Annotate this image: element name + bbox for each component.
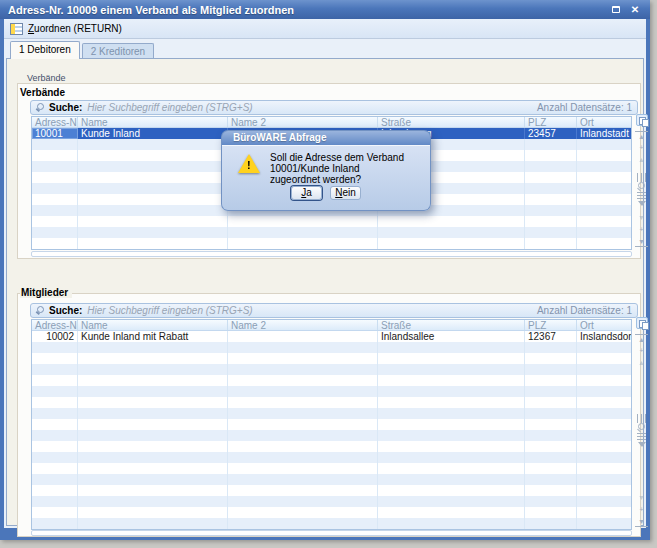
- dialog-message: Soll die Adresse dem Verband 10001/Kunde…: [270, 152, 428, 185]
- copy-row-icon[interactable]: [636, 317, 648, 329]
- no-button[interactable]: Nein: [330, 186, 361, 200]
- dialog-titlebar[interactable]: BüroWARE Abfrage: [221, 130, 431, 145]
- column-header-ort[interactable]: Ort: [577, 117, 631, 127]
- cell-ort: Inslandsdorf: [577, 331, 631, 342]
- table-row-empty: [32, 518, 631, 529]
- column-header-name2[interactable]: Name 2: [228, 117, 378, 127]
- table-row-empty: [32, 386, 631, 397]
- dialog-body: Soll die Adresse dem Verband 10001/Kunde…: [221, 145, 431, 211]
- column-header-plz[interactable]: PLZ: [525, 117, 577, 127]
- verbaende-search-input[interactable]: Suche: Hier Suchbegriff eingeben (STRG+S…: [30, 100, 638, 115]
- search-table-icon[interactable]: [637, 423, 647, 433]
- verbaende-table-controls: ▲+▲▼+▼: [634, 114, 649, 248]
- table-row-empty: [32, 397, 631, 408]
- table-row-empty: [32, 507, 631, 518]
- table-row-empty: [32, 227, 631, 238]
- table-row-empty: [32, 452, 631, 463]
- assign-button[interactable]: Zuordnen (RETURN): [28, 23, 122, 34]
- verbaende-table-header: Adress-Nr. Name Name 2 Straße PLZ Ort: [32, 117, 631, 128]
- row-insert-down-icon[interactable]: +: [635, 225, 648, 235]
- table-row[interactable]: 10002 Kunde Inland mit Rabatt Inlandsall…: [32, 331, 631, 342]
- columns-icon[interactable]: [637, 414, 646, 423]
- column-header-ort[interactable]: Ort: [577, 320, 631, 330]
- cell-ort: Inlandstadt: [577, 128, 631, 139]
- table-row-empty: [32, 375, 631, 386]
- cell-strasse: Inlandsallee: [378, 331, 525, 342]
- column-header-strasse[interactable]: Straße: [378, 117, 525, 127]
- table-row-empty: [32, 485, 631, 496]
- mitglieder-table-header: Adress-Nr. Name Name 2 Straße PLZ Ort: [32, 320, 631, 331]
- search-placeholder: Hier Suchbegriff eingeben (STRG+S): [87, 102, 537, 113]
- column-header-adressnr[interactable]: Adress-Nr.: [32, 117, 78, 127]
- column-header-name[interactable]: Name: [78, 320, 228, 330]
- scroll-bottom-icon[interactable]: ▼: [635, 517, 648, 527]
- restore-button[interactable]: [609, 4, 623, 16]
- cell-plz: 12367: [525, 331, 577, 342]
- scroll-up-icon[interactable]: ▲: [635, 358, 648, 368]
- table-row-empty: [32, 474, 631, 485]
- assign-icon: [10, 23, 23, 35]
- warning-icon: [238, 154, 260, 173]
- search-label: Suche:: [49, 102, 82, 113]
- filter-icon[interactable]: [638, 442, 646, 447]
- column-header-adressnr[interactable]: Adress-Nr.: [32, 320, 78, 330]
- search-placeholder: Hier Suchbegriff eingeben (STRG+S): [87, 305, 537, 316]
- mitglieder-search-input[interactable]: Suche: Hier Suchbegriff eingeben (STRG+S…: [30, 303, 638, 318]
- sort-icon[interactable]: [637, 433, 646, 442]
- scroll-down-icon[interactable]: ▼: [635, 213, 648, 223]
- cell-name2: [228, 331, 378, 342]
- table-row-empty: [32, 463, 631, 474]
- app-window: Adress-Nr. 10009 einem Verband als Mitgl…: [0, 0, 650, 540]
- verbaende-fieldset-legend: Verbände: [24, 73, 69, 83]
- mitglieder-heading: Mitglieder: [20, 287, 72, 298]
- table-row-empty: [32, 496, 631, 507]
- scroll-top-icon[interactable]: ▲: [635, 334, 648, 344]
- scroll-up-icon[interactable]: ▲: [635, 155, 648, 165]
- sort-icon[interactable]: [637, 192, 646, 201]
- tab-kreditoren[interactable]: 2 Kreditoren: [82, 43, 154, 59]
- row-insert-up-icon[interactable]: +: [635, 346, 648, 356]
- mitglieder-hscrollbar[interactable]: [31, 530, 632, 536]
- copy-row-icon[interactable]: [636, 114, 648, 126]
- cell-adressnr: 10002: [32, 331, 78, 342]
- column-header-strasse[interactable]: Straße: [378, 320, 525, 330]
- cell-adressnr: 10001: [32, 128, 78, 139]
- close-button[interactable]: ✕: [628, 4, 642, 16]
- table-row-empty: [32, 441, 631, 452]
- table-row-empty: [32, 408, 631, 419]
- table-row-empty: [32, 238, 631, 249]
- search-table-icon[interactable]: [637, 182, 647, 192]
- row-insert-down-icon[interactable]: +: [635, 505, 648, 515]
- table-row-empty: [32, 216, 631, 227]
- scroll-top-icon[interactable]: ▲: [635, 131, 648, 141]
- toolbar: Zuordnen (RETURN): [4, 19, 646, 39]
- tab-strip: 1 Debitoren 2 Kreditoren: [4, 40, 646, 59]
- restore-icon: [612, 6, 620, 13]
- tab-debitoren[interactable]: 1 Debitoren: [10, 41, 80, 59]
- search-icon: [36, 103, 45, 112]
- record-count: Anzahl Datensätze: 1: [537, 102, 632, 113]
- scroll-bottom-icon[interactable]: ▼: [635, 237, 648, 247]
- mitglieder-table-controls: ▲+▲▼+▼: [634, 317, 649, 528]
- window-client-area: Zuordnen (RETURN) 1 Debitoren 2 Kreditor…: [4, 19, 646, 528]
- column-header-name2[interactable]: Name 2: [228, 320, 378, 330]
- confirmation-dialog: BüroWARE Abfrage Soll die Adresse dem Ve…: [221, 130, 431, 211]
- column-header-plz[interactable]: PLZ: [525, 320, 577, 330]
- search-icon: [36, 306, 45, 315]
- table-row-empty: [32, 430, 631, 441]
- verbaende-hscrollbar[interactable]: [31, 251, 632, 257]
- window-titlebar[interactable]: Adress-Nr. 10009 einem Verband als Mitgl…: [0, 0, 650, 19]
- columns-icon[interactable]: [637, 173, 646, 182]
- close-icon: ✕: [631, 5, 639, 15]
- search-label: Suche:: [49, 305, 82, 316]
- table-row-empty: [32, 353, 631, 364]
- dialog-button-row: Ja Nein: [222, 186, 430, 200]
- scroll-down-icon[interactable]: ▼: [635, 493, 648, 503]
- record-count: Anzahl Datensätze: 1: [537, 305, 632, 316]
- row-insert-up-icon[interactable]: +: [635, 143, 648, 153]
- cell-plz: 23457: [525, 128, 577, 139]
- filter-icon[interactable]: [638, 201, 646, 206]
- verbaende-heading: Verbände: [20, 87, 65, 98]
- column-header-name[interactable]: Name: [78, 117, 228, 127]
- yes-button[interactable]: Ja: [291, 186, 322, 200]
